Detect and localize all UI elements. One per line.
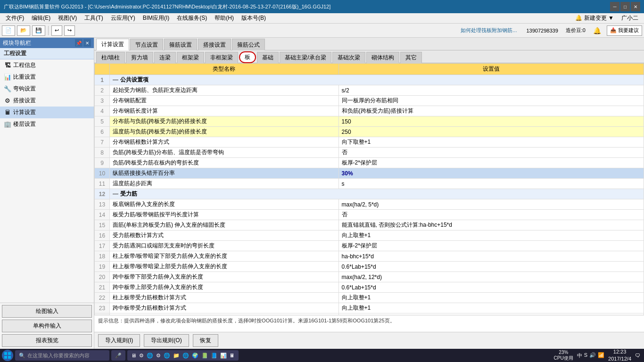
save-btn[interactable]: 💾	[32, 25, 45, 36]
row-value[interactable]: 能直锚就直锚, 否则按公式计算:ha-bhc+15*d	[339, 220, 644, 230]
sidebar-item-hook[interactable]: 🔧 弯钩设置	[0, 83, 94, 95]
taskbar-app5[interactable]: 🌐	[164, 353, 170, 359]
new-file-btn[interactable]: 📄	[2, 25, 15, 36]
tab-frame-beam[interactable]: 框架梁	[177, 52, 204, 63]
tab-slab[interactable]: 板	[239, 51, 256, 63]
maximize-button[interactable]: □	[620, 2, 630, 11]
taskbar-app7[interactable]: 🌐	[182, 353, 189, 359]
row-value[interactable]: 0.6*Lab+15*d	[339, 282, 644, 293]
taskbar-app2[interactable]: ⚙	[139, 353, 144, 359]
suggest-btn[interactable]: 📥 我要建议	[607, 25, 642, 36]
draw-input-btn[interactable]: 绘图输入	[2, 305, 92, 318]
minimize-button[interactable]: ─	[610, 2, 619, 11]
taskbar-app10[interactable]: 📘	[211, 353, 217, 359]
row-value[interactable]: 和负筋(跨板受力筋)搭接计算	[339, 106, 644, 116]
menu-bim[interactable]: BIM应用(I)	[139, 13, 173, 23]
sidebar-close-btn[interactable]: ✕	[83, 39, 91, 47]
row-value[interactable]: 板厚-2*保护层	[339, 158, 644, 168]
tab-other[interactable]: 其它	[400, 52, 422, 63]
taskbar-app8[interactable]: 🌍	[192, 353, 198, 359]
search-bar[interactable]: 🔍 在这里输入你要搜索的内容	[15, 350, 109, 361]
row-value[interactable]: 板厚-2*保护层	[339, 241, 644, 251]
sidebar-pin-btn[interactable]: 📌	[75, 39, 83, 47]
tab-coupling-beam[interactable]: 连梁	[154, 52, 176, 63]
sidebar-item-floor[interactable]: 🏢 楼层设置	[0, 118, 94, 130]
row-value[interactable]: max(ha/2, 12*d)	[339, 272, 644, 282]
taskbar-app3[interactable]: 🌐	[147, 353, 153, 359]
row-value[interactable]: 150	[339, 116, 644, 127]
taskbar-apps[interactable]: 🖥 ⚙ 🌐 ⚙ 🌐 📁 🌐 🌍 📗 📘 📊 🖩	[127, 350, 239, 361]
start-button[interactable]	[2, 350, 13, 361]
sidebar-item-splice[interactable]: ⚙ 搭接设置	[0, 95, 94, 107]
menu-help[interactable]: 帮助(H)	[211, 13, 238, 23]
tab-column[interactable]: 柱/墙柱	[96, 52, 125, 63]
volume-icon[interactable]: 🔊	[589, 352, 596, 359]
menu-online[interactable]: 在线服务(S)	[173, 13, 211, 23]
report-btn[interactable]: 报表预览	[2, 334, 92, 347]
sidebar-item-ratio[interactable]: 📊 比重设置	[0, 71, 94, 83]
network-icon[interactable]: 📶	[598, 352, 604, 359]
row-value[interactable]: 否	[339, 148, 644, 158]
menu-version[interactable]: 版本号(B)	[238, 13, 270, 23]
menu-view[interactable]: 视图(V)	[54, 13, 81, 23]
table-body: 1 —公共设置项 2 起始受力钢筋、负筋距支座边距离 s/2 3 分布钢筋配置 …	[95, 75, 644, 315]
menu-tools[interactable]: 工具(T)	[81, 13, 107, 23]
tab-stirrup-formula[interactable]: 箍筋公式	[232, 39, 265, 50]
row-value[interactable]: 向上取整+1	[339, 230, 644, 241]
user-label[interactable]: 广小二	[618, 13, 642, 23]
col-value-header: 设置值	[339, 64, 644, 75]
row-value[interactable]: 向下取整+1	[339, 137, 644, 148]
row-value[interactable]: max(ha/2, 5*d)	[339, 199, 644, 210]
close-button[interactable]: ✕	[631, 2, 640, 11]
tab-shear-wall[interactable]: 剪力墙	[126, 52, 153, 63]
tab-foundation-secondary-beam[interactable]: 基础次梁	[332, 52, 365, 63]
row-value[interactable]: 同一板厚的分布筋相同	[339, 96, 644, 106]
row-value[interactable]: 否	[339, 210, 644, 220]
tab-foundation[interactable]: 基础	[257, 52, 279, 63]
undo-btn[interactable]: ↩	[51, 25, 62, 36]
redo-btn[interactable]: ↪	[64, 25, 75, 36]
taskbar-app4[interactable]: ⚙	[156, 353, 161, 359]
taskbar-app9[interactable]: 📗	[201, 353, 208, 359]
taskbar-app6[interactable]: 📁	[173, 353, 180, 359]
row-value[interactable]: s	[339, 179, 644, 189]
tab-node-settings[interactable]: 节点设置	[130, 39, 163, 50]
tab-stirrup-settings[interactable]: 箍筋设置	[164, 39, 197, 50]
sidebar-item-project-info[interactable]: 🏗 工程信息	[0, 59, 94, 71]
sidebar-item-calc[interactable]: 🖩 计算设置	[0, 107, 94, 118]
taskbar-app12[interactable]: 🖩	[230, 353, 235, 358]
export-rules-btn[interactable]: 导出规则(O)	[144, 334, 189, 347]
tab-foundation-main-beam[interactable]: 基础主梁/承台梁	[280, 52, 331, 63]
row-num: 12	[95, 189, 110, 199]
row-value[interactable]: s/2	[339, 85, 644, 96]
row-name: 跨中板带上部受力筋伸入支座的长度	[110, 282, 339, 293]
single-component-btn[interactable]: 单构件输入	[2, 320, 92, 332]
tab-calc-settings[interactable]: 计算设置	[96, 39, 129, 50]
taskbar-app11[interactable]: 📊	[220, 353, 227, 359]
row-value[interactable]: 向上取整+1	[339, 293, 644, 303]
taskbar-app1[interactable]: 🖥	[131, 353, 136, 358]
tab-masonry[interactable]: 砌体结构	[366, 52, 399, 63]
bell-icon[interactable]: 🔔	[593, 27, 601, 34]
taskbar-mic[interactable]: 🎤	[111, 350, 125, 361]
import-rules-btn[interactable]: 导入规则(I)	[98, 334, 140, 347]
row-value[interactable]: 向上取整+1	[339, 303, 644, 313]
menu-edit[interactable]: 编辑(E)	[28, 13, 54, 23]
row-value[interactable]: ha-bhc+15*d	[339, 251, 644, 262]
reset-btn[interactable]: 恢复	[193, 334, 218, 347]
row-value[interactable]: 30%	[339, 168, 644, 179]
notification-area[interactable]: 🗨	[635, 353, 640, 358]
open-file-btn[interactable]: 📂	[17, 25, 30, 36]
new-change-btn[interactable]: 🔔 新建变更 ▼	[571, 13, 618, 23]
row-num: 5	[95, 116, 110, 127]
ratio-icon: 📊	[4, 74, 11, 81]
menu-file[interactable]: 文件(F)	[2, 13, 28, 23]
data-table-wrapper[interactable]: 类型名称 设置值 1 —公共设置项 2 起始受力钢筋、负筋距支座边距离 s/2	[94, 63, 644, 315]
tab-non-frame-beam[interactable]: 非框架梁	[205, 52, 238, 63]
ime-icon[interactable]: S	[584, 352, 587, 359]
tab-splice-settings[interactable]: 搭接设置	[198, 39, 231, 50]
lang-icon[interactable]: 中	[577, 352, 582, 359]
row-value[interactable]: 250	[339, 127, 644, 137]
row-value[interactable]: 0.6*Lab+15*d	[339, 262, 644, 272]
menu-cloud[interactable]: 云应用(Y)	[107, 13, 139, 23]
